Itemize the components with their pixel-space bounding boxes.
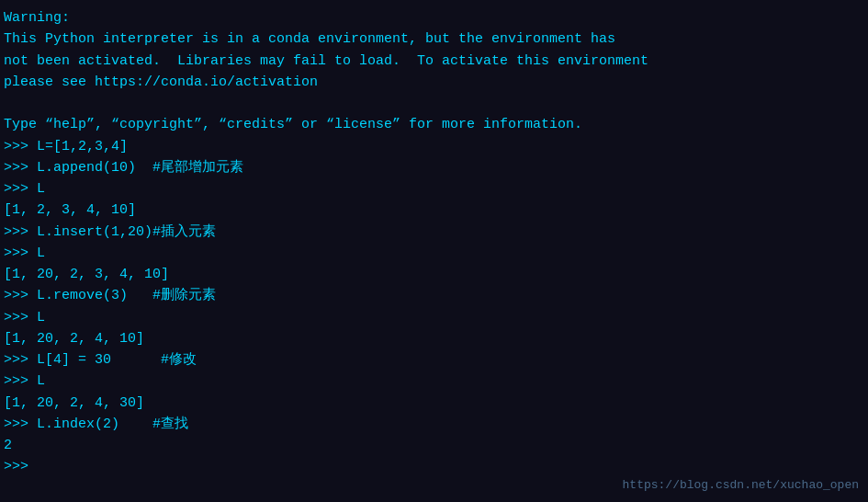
terminal-content: Warning: This Python interpreter is in a… — [4, 7, 864, 478]
terminal-window: Warning: This Python interpreter is in a… — [0, 0, 868, 502]
watermark: https://blog.csdn.net/xuchao_open — [623, 476, 859, 495]
